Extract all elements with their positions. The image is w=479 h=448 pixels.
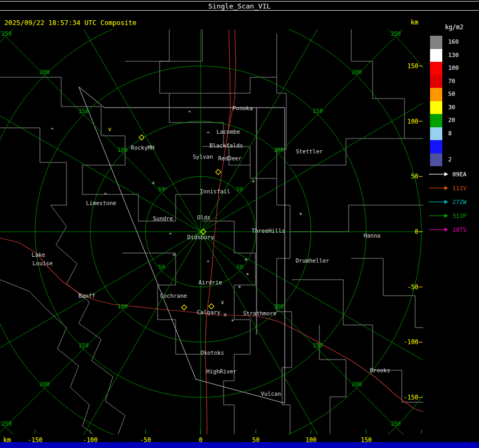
colorbar-swatch — [430, 114, 442, 127]
city-label: Banff — [78, 292, 95, 299]
radar-legend: 09EA111V27ZW31JP18TS — [429, 167, 467, 237]
county-boundary-line — [0, 280, 93, 434]
right-axis-label: 150 — [400, 62, 418, 70]
city-label: RockyMH — [131, 144, 154, 151]
county-boundary-line — [202, 221, 255, 434]
radar-display-svg[interactable]: 5050505010010010010015015015015020020020… — [0, 29, 423, 435]
map-point-marker: v — [108, 126, 111, 132]
county-boundary-line — [277, 34, 292, 434]
city-label: Lacombe — [217, 128, 240, 135]
range-label: 250 — [391, 30, 401, 37]
legend-row: 27ZW — [429, 195, 467, 209]
range-label: 50 — [158, 264, 165, 270]
scan-timestamp: 2025/09/22 18:57:34 UTC Composite — [4, 19, 136, 27]
city-label: Innisfail — [200, 188, 230, 194]
radar-arrow-icon — [429, 172, 448, 177]
colorbar-swatch — [430, 62, 442, 75]
colorbar-entry: 160 — [430, 36, 459, 49]
colorbar-value: 8 — [448, 127, 452, 141]
city-label: Brooks — [370, 367, 390, 373]
range-label: 150 — [312, 108, 323, 114]
range-label: 150 — [79, 108, 89, 114]
right-axis-label: -150 — [400, 394, 418, 401]
radar-arrow-icon — [429, 213, 448, 218]
titlebar-rule-top — [0, 1, 479, 2]
colorbar-entry: 100 — [430, 62, 459, 75]
range-label: 100 — [118, 146, 128, 153]
colorbar-unit: kg/m2 — [445, 23, 464, 31]
colorbar-entry: 50 — [430, 88, 459, 101]
range-label: 200 — [352, 69, 362, 75]
city-label: ThreeHills — [251, 227, 285, 234]
colorbar-swatch — [430, 36, 442, 49]
range-label: 100 — [274, 146, 284, 153]
city-label: Ponoka — [233, 105, 253, 111]
city-label: Vulcan — [261, 390, 281, 397]
legend-row: 31JP — [429, 209, 467, 223]
colorbar-entry — [430, 140, 459, 153]
map-point-marker: + — [244, 257, 247, 263]
scan-area-outline — [79, 87, 196, 379]
radar-site-marker — [216, 169, 221, 175]
range-label: 100 — [274, 303, 284, 309]
county-boundary-line — [82, 194, 202, 221]
colorbar-value: 2 — [448, 153, 452, 167]
colorbar-swatch — [430, 49, 442, 62]
colorbar-entry: 2 — [430, 153, 459, 167]
colorbar-entry: 8 — [430, 127, 459, 141]
radar-map[interactable]: 5050505010010010010015015015015020020020… — [0, 29, 423, 435]
radar-site-marker — [181, 305, 187, 310]
range-label: 200 — [352, 381, 362, 387]
colorbar-entry: 20 — [430, 114, 459, 127]
county-boundary-line — [351, 29, 404, 139]
map-point-marker: * — [252, 180, 255, 185]
city-label: Okotoks — [201, 349, 224, 356]
range-label: 200 — [39, 381, 49, 387]
colorbar-value: 20 — [448, 114, 455, 127]
city-label: Hanna — [364, 232, 381, 239]
county-boundary-line — [51, 205, 125, 434]
map-point-marker: + — [152, 180, 155, 186]
range-label: 200 — [39, 69, 49, 75]
city-label: Didsbury — [187, 234, 214, 240]
colorbar-entry: 70 — [430, 75, 459, 88]
colorbar-swatch — [430, 127, 442, 141]
city-label: Blackfalds — [209, 142, 243, 149]
colorbar-value: 130 — [448, 49, 459, 62]
range-label: 50 — [236, 186, 243, 192]
radar-id-label: 31JP — [452, 213, 467, 219]
city-label: Louise — [32, 260, 53, 266]
county-boundary-line — [319, 325, 346, 434]
legend-row: 18TS — [429, 223, 467, 237]
map-point-marker: ^ — [188, 110, 191, 116]
city-label: Stettler — [296, 148, 323, 154]
colorbar-value: 50 — [448, 88, 455, 101]
city-label: Sundre — [153, 215, 173, 222]
legend-row: 09EA — [429, 167, 467, 181]
map-point-marker: x — [224, 312, 227, 317]
radar-arrow-icon — [429, 185, 448, 191]
county-boundary-line — [169, 29, 202, 61]
colorbar-value: 30 — [448, 101, 455, 115]
range-label: 150 — [312, 342, 323, 348]
right-axis-label: -100 — [400, 338, 418, 346]
county-boundary-line — [169, 77, 277, 93]
map-point-marker: + — [299, 211, 302, 217]
radar-id-label: 09EA — [452, 171, 467, 178]
right-axis-label: -50 — [400, 283, 418, 291]
radar-id-label: 111V — [452, 185, 467, 192]
colorbar-swatch — [430, 88, 442, 101]
city-label: Calgary — [197, 309, 220, 315]
map-point-marker: ^ — [51, 127, 54, 133]
right-axis-label: 100 — [400, 118, 418, 125]
city-label: Drumheller — [295, 257, 329, 264]
city-label: Olds — [197, 214, 210, 221]
colorbar-value: 70 — [448, 75, 455, 88]
window-title: Single_Scan_VIL — [0, 2, 479, 10]
map-point-marker: ^ — [207, 131, 210, 137]
map-point-marker: . — [164, 184, 168, 190]
range-label: 250 — [2, 420, 12, 427]
highway-line — [0, 238, 209, 314]
colorbar-swatch — [430, 153, 442, 167]
map-point-marker: * — [231, 319, 234, 324]
